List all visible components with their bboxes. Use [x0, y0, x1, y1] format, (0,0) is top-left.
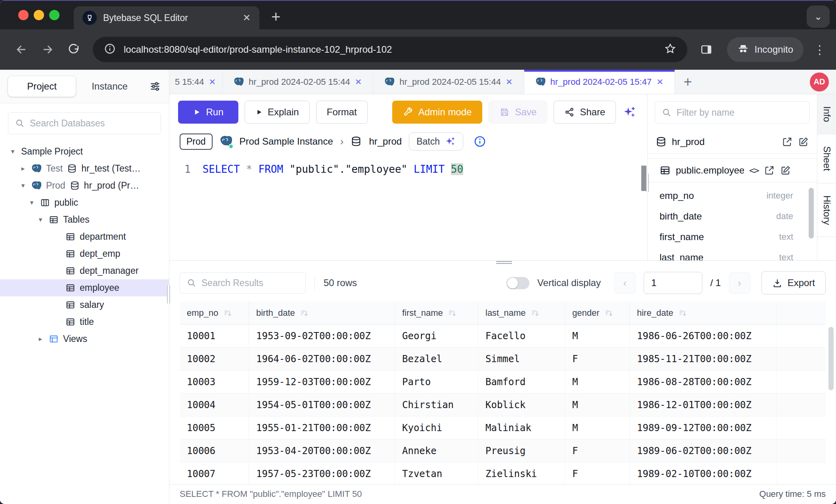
editor-tab-0[interactable]: 5 15:44✕ — [169, 70, 222, 94]
side-panel-icon[interactable] — [695, 38, 717, 61]
caret-right-icon[interactable]: ▸ — [36, 335, 44, 343]
column-header-hire_date[interactable]: hire_date — [630, 302, 777, 324]
results-scrollbar[interactable] — [828, 327, 834, 390]
caret-down-icon[interactable]: ▾ — [19, 181, 27, 190]
minimize-window-button[interactable] — [34, 10, 44, 20]
results-search[interactable] — [180, 272, 306, 294]
tree-item-dept_emp[interactable]: dept_emp — [0, 245, 169, 262]
tree-item-public[interactable]: ▾public — [0, 194, 169, 211]
edit-icon[interactable] — [780, 165, 791, 176]
caret-right-icon[interactable]: ▸ — [19, 164, 27, 173]
tree-item-test-hr_test[interactable]: ▸Testhr_test (Test… — [0, 160, 169, 177]
column-row-first_name[interactable]: first_nametext — [648, 227, 817, 247]
results-splitter[interactable] — [169, 260, 836, 264]
tree-item-views[interactable]: ▸Views — [0, 330, 169, 347]
tree-item-title[interactable]: title — [0, 313, 169, 330]
run-button[interactable]: Run — [178, 101, 238, 124]
bookmark-star-icon[interactable] — [664, 43, 676, 56]
edit-icon[interactable] — [798, 136, 809, 147]
panel-scrollbar[interactable] — [809, 188, 814, 239]
splitter-handle-icon[interactable] — [496, 261, 512, 264]
column-row-last_name[interactable]: last_nametext — [648, 247, 817, 260]
tree-item-sample-project[interactable]: ▾Sample Project — [0, 143, 169, 160]
forward-button[interactable] — [36, 38, 59, 61]
new-editor-tab-button[interactable]: + — [684, 74, 692, 90]
sql-code-editor[interactable]: 1 SELECT * FROM "public"."employee" LIMI… — [169, 157, 647, 260]
caret-down-icon[interactable]: ▾ — [28, 199, 36, 207]
editor-tab-2[interactable]: hr_prod 2024-02-05 15:44✕ — [373, 70, 524, 94]
browser-tab[interactable]: Bytebase SQL Editor ✕ — [74, 6, 259, 29]
sort-icon[interactable] — [300, 309, 309, 317]
tree-item-dept_manager[interactable]: dept_manager — [0, 262, 169, 279]
sort-icon[interactable] — [604, 309, 613, 317]
close-editor-tab-icon[interactable]: ✕ — [506, 77, 513, 87]
tree-item-prod-hr_prod[interactable]: ▾Prodhr_prod (Pr… — [0, 177, 169, 194]
vertical-display-toggle[interactable] — [506, 277, 529, 289]
caret-down-icon[interactable]: ▾ — [9, 147, 17, 156]
database-name[interactable]: hr_prod — [369, 136, 402, 147]
database-search-input[interactable] — [30, 118, 154, 129]
column-row-birth_date[interactable]: birth_datedate — [648, 206, 817, 227]
database-search[interactable] — [8, 112, 161, 134]
external-link-icon[interactable] — [782, 136, 793, 147]
next-page-button[interactable]: › — [729, 272, 750, 294]
schema-filter[interactable] — [655, 101, 810, 124]
rail-tab-info[interactable]: Info — [817, 94, 836, 134]
close-editor-tab-icon[interactable]: ✕ — [209, 77, 216, 87]
rail-tab-history[interactable]: History — [817, 183, 836, 237]
new-browser-tab-button[interactable]: + — [271, 8, 280, 26]
sort-icon[interactable] — [223, 309, 232, 317]
close-editor-tab-icon[interactable]: ✕ — [355, 77, 362, 87]
tree-item-department[interactable]: department — [0, 228, 169, 245]
sort-icon[interactable] — [531, 309, 539, 317]
tree-item-tables[interactable]: ▾Tables — [0, 211, 169, 228]
ai-sparkle-icon[interactable] — [622, 105, 637, 119]
prev-page-button[interactable]: ‹ — [614, 272, 636, 294]
browser-menu-icon[interactable]: ⋮ — [814, 43, 826, 57]
info-icon[interactable] — [474, 135, 486, 148]
close-editor-tab-icon[interactable]: ✕ — [656, 77, 663, 87]
external-link-icon[interactable] — [764, 165, 775, 176]
format-button[interactable]: Format — [316, 101, 368, 124]
sidebar-resize-handle[interactable] — [167, 285, 170, 304]
close-browser-tab-icon[interactable]: ✕ — [243, 12, 251, 23]
caret-down-icon[interactable]: ▾ — [36, 216, 44, 224]
tree-settings-icon[interactable] — [149, 80, 161, 92]
tree-item-salary[interactable]: salary — [0, 296, 169, 313]
tab-search-button[interactable]: ⌄ — [807, 6, 830, 28]
back-button[interactable] — [10, 38, 33, 61]
zoom-window-button[interactable] — [49, 10, 59, 20]
address-bar[interactable]: localhost:8080/sql-editor/prod-sample-in… — [93, 37, 687, 62]
site-info-icon[interactable] — [104, 43, 116, 56]
panel-database-row[interactable]: hr_prod — [648, 130, 817, 154]
view-code-icon[interactable]: <> — [749, 165, 759, 176]
rail-tab-sheet[interactable]: Sheet — [817, 134, 836, 183]
panel-resize-handle[interactable] — [646, 174, 649, 192]
column-header-first_name[interactable]: first_name — [395, 302, 478, 324]
column-header-emp_no[interactable]: emp_no — [180, 302, 249, 324]
tab-instance[interactable]: Instance — [76, 76, 144, 97]
panel-table-row[interactable]: public.employee <> — [648, 158, 817, 182]
tab-project[interactable]: Project — [8, 76, 76, 97]
user-avatar[interactable]: AD — [810, 73, 829, 92]
results-search-input[interactable] — [201, 278, 299, 288]
sort-icon[interactable] — [678, 309, 687, 317]
schema-filter-input[interactable] — [677, 107, 803, 118]
tree-item-employee[interactable]: employee — [0, 279, 169, 296]
explain-button[interactable]: Explain — [245, 101, 310, 124]
close-window-button[interactable] — [18, 10, 29, 20]
column-row-emp_no[interactable]: emp_nointeger — [648, 185, 817, 206]
editor-tab-3[interactable]: hr_prod 2024-02-05 15:47✕ — [524, 70, 675, 94]
page-number-input[interactable] — [644, 272, 702, 294]
column-header-birth_date[interactable]: birth_date — [249, 302, 395, 324]
instance-name[interactable]: Prod Sample Instance — [240, 136, 333, 147]
column-header-last_name[interactable]: last_name — [478, 302, 565, 324]
editor-tab-1[interactable]: hr_prod 2024-02-05 15:44✕ — [222, 70, 373, 94]
column-header-gender[interactable]: gender — [565, 302, 630, 324]
sort-icon[interactable] — [448, 309, 456, 317]
admin-mode-button[interactable]: Admin mode — [392, 101, 483, 124]
batch-button[interactable]: Batch — [409, 132, 463, 151]
share-button[interactable]: Share — [554, 101, 616, 124]
export-button[interactable]: Export — [761, 271, 826, 294]
save-button[interactable]: Save — [489, 101, 547, 124]
